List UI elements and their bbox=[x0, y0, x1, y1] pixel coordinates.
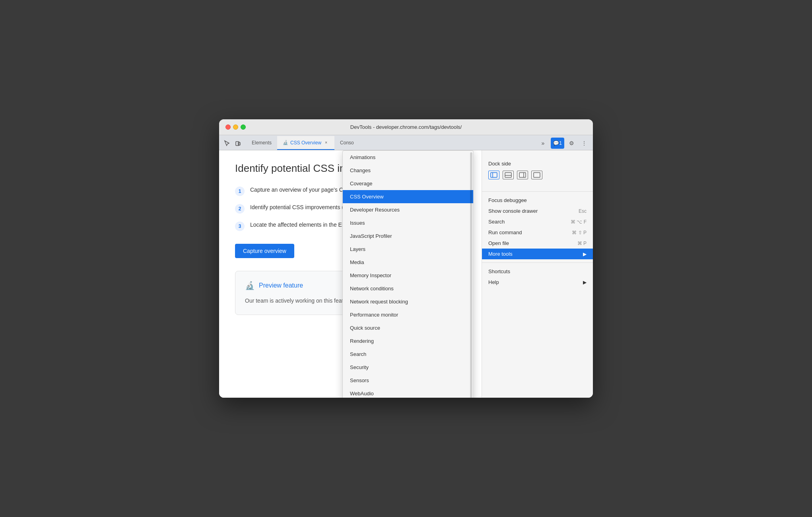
more-tools-dropdown: Animations Changes Coverage CSS Overview… bbox=[342, 150, 474, 398]
divider-1 bbox=[482, 191, 593, 192]
window-title: DevTools - developer.chrome.com/tags/dev… bbox=[350, 124, 462, 130]
title-bar: DevTools - developer.chrome.com/tags/dev… bbox=[219, 119, 593, 135]
settings-button[interactable]: ⚙ bbox=[566, 138, 577, 149]
maximize-button[interactable] bbox=[241, 124, 246, 130]
tab-bar: Elements 🔬 CSS Overview × Conso » 💬 1 ⚙ … bbox=[219, 135, 593, 150]
right-menu-shortcuts[interactable]: Shortcuts bbox=[482, 266, 593, 277]
inspect-element-button[interactable] bbox=[222, 138, 232, 148]
dock-side-section: Dock side bbox=[482, 157, 593, 183]
devtools-window: DevTools - developer.chrome.com/tags/dev… bbox=[219, 119, 593, 398]
dock-right-icon[interactable] bbox=[517, 171, 528, 179]
traffic-lights bbox=[225, 124, 246, 130]
console-messages-badge[interactable]: 💬 1 bbox=[551, 138, 564, 149]
right-menu-help[interactable]: Help ▶ bbox=[482, 277, 593, 288]
step-1-text: Capture an overview of your page's CSS bbox=[250, 186, 350, 194]
dropdown-item-sensors[interactable]: Sensors bbox=[343, 374, 473, 387]
dropdown-item-rendering[interactable]: Rendering bbox=[343, 334, 473, 348]
dock-label: Dock side bbox=[488, 161, 587, 167]
content-panel: Identify potential CSS improvemer 1 Capt… bbox=[219, 150, 482, 398]
step-3-text: Locate the affected elements in the Elem… bbox=[250, 221, 354, 229]
dropdown-item-quick-source[interactable]: Quick source bbox=[343, 321, 473, 334]
dropdown-item-media[interactable]: Media bbox=[343, 256, 473, 269]
dropdown-item-animations[interactable]: Animations bbox=[343, 151, 473, 164]
right-menu-search[interactable]: Search ⌘ ⌥ F bbox=[482, 216, 593, 227]
svg-rect-4 bbox=[505, 173, 511, 177]
dropdown-item-memory-inspector[interactable]: Memory Inspector bbox=[343, 269, 473, 282]
close-tab-button[interactable]: × bbox=[323, 140, 329, 146]
right-menu-more-tools[interactable]: More tools ▶ bbox=[482, 249, 593, 259]
dock-undocked-icon[interactable] bbox=[531, 171, 542, 179]
more-tabs-button[interactable]: » bbox=[538, 136, 548, 150]
dropdown-item-network-conditions[interactable]: Network conditions bbox=[343, 282, 473, 295]
dropdown-item-issues[interactable]: Issues bbox=[343, 216, 473, 229]
dropdown-item-search[interactable]: Search bbox=[343, 348, 473, 361]
capture-overview-button[interactable]: Capture overview bbox=[235, 244, 294, 258]
tab-controls bbox=[219, 136, 246, 150]
right-menu-open-file[interactable]: Open file ⌘ P bbox=[482, 238, 593, 249]
step-1-number: 1 bbox=[235, 187, 245, 196]
tabs-container: Elements 🔬 CSS Overview × Conso bbox=[246, 136, 538, 150]
dropdown-item-javascript-profiler[interactable]: JavaScript Profiler bbox=[343, 229, 473, 243]
svg-rect-6 bbox=[519, 173, 526, 177]
dropdown-item-webaudio[interactable]: WebAudio bbox=[343, 387, 473, 398]
dropdown-item-network-request-blocking[interactable]: Network request blocking bbox=[343, 295, 473, 308]
divider-2 bbox=[482, 262, 593, 263]
help-arrow-icon: ▶ bbox=[583, 280, 587, 285]
step-2-number: 2 bbox=[235, 204, 245, 214]
dock-icons bbox=[488, 171, 587, 179]
dock-left-icon[interactable] bbox=[488, 171, 499, 179]
tab-actions: 💬 1 ⚙ ⋮ bbox=[548, 136, 593, 150]
dropdown-item-security[interactable]: Security bbox=[343, 361, 473, 374]
minimize-button[interactable] bbox=[233, 124, 238, 130]
svg-rect-2 bbox=[491, 173, 497, 177]
preview-title: Preview feature bbox=[259, 282, 303, 289]
more-options-button[interactable]: ⋮ bbox=[579, 138, 590, 149]
close-button[interactable] bbox=[225, 124, 231, 130]
tab-flask-icon: 🔬 bbox=[283, 140, 288, 145]
preview-icon: 🔬 bbox=[245, 281, 255, 290]
device-toolbar-button[interactable] bbox=[233, 138, 243, 148]
dock-bottom-icon[interactable] bbox=[503, 171, 514, 179]
dropdown-item-changes[interactable]: Changes bbox=[343, 164, 473, 177]
dropdown-item-coverage[interactable]: Coverage bbox=[343, 177, 473, 190]
tab-console[interactable]: Conso bbox=[334, 136, 359, 150]
dropdown-item-css-overview[interactable]: CSS Overview bbox=[343, 190, 473, 203]
right-panel: Dock side bbox=[482, 150, 593, 398]
step-3-number: 3 bbox=[235, 222, 245, 231]
dropdown-scrollbar[interactable] bbox=[470, 152, 472, 398]
dropdown-item-layers[interactable]: Layers bbox=[343, 243, 473, 256]
main-area: Identify potential CSS improvemer 1 Capt… bbox=[219, 150, 593, 398]
svg-rect-8 bbox=[534, 173, 540, 177]
right-menu-focus-debuggee[interactable]: Focus debuggee bbox=[482, 195, 593, 206]
more-tools-arrow-icon: ▶ bbox=[583, 251, 587, 257]
right-menu-run-command[interactable]: Run command ⌘ ⇧ P bbox=[482, 227, 593, 238]
badge-icon: 💬 bbox=[553, 140, 559, 146]
tab-css-overview[interactable]: 🔬 CSS Overview × bbox=[277, 136, 334, 150]
tab-elements[interactable]: Elements bbox=[246, 136, 277, 150]
dropdown-item-developer-resources[interactable]: Developer Resources bbox=[343, 203, 473, 216]
right-menu-show-console-drawer[interactable]: Show console drawer Esc bbox=[482, 206, 593, 216]
dropdown-item-performance-monitor[interactable]: Performance monitor bbox=[343, 308, 473, 321]
